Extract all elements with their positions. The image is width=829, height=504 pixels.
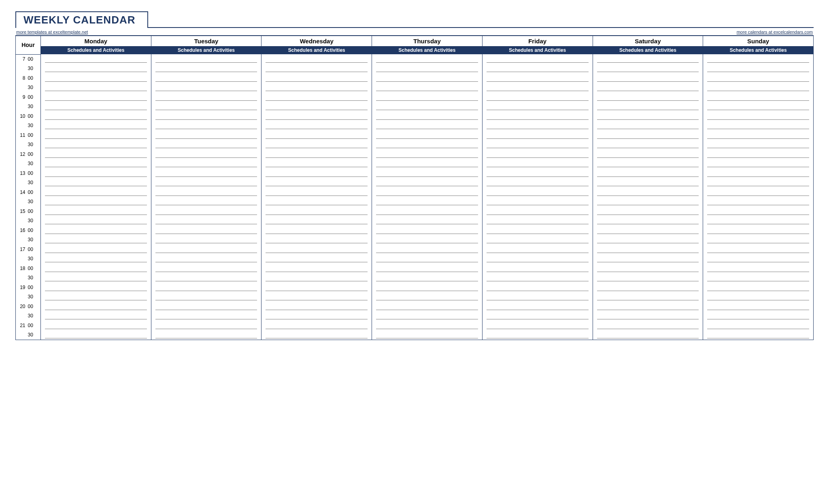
schedule-cell[interactable]: [41, 197, 151, 207]
schedule-cell[interactable]: [593, 273, 703, 283]
schedule-cell[interactable]: [41, 54, 151, 64]
schedule-cell[interactable]: [482, 54, 593, 64]
schedule-cell[interactable]: [41, 130, 151, 140]
schedule-cell[interactable]: [482, 216, 593, 226]
schedule-cell[interactable]: [151, 102, 261, 112]
schedule-cell[interactable]: [151, 225, 261, 235]
schedule-cell[interactable]: [593, 178, 703, 188]
schedule-cell[interactable]: [593, 254, 703, 264]
schedule-cell[interactable]: [593, 292, 703, 302]
schedule-cell[interactable]: [482, 178, 593, 188]
schedule-cell[interactable]: [261, 140, 372, 150]
schedule-cell[interactable]: [372, 254, 483, 264]
schedule-cell[interactable]: [482, 159, 593, 169]
schedule-cell[interactable]: [372, 64, 483, 74]
schedule-cell[interactable]: [372, 168, 483, 178]
schedule-cell[interactable]: [703, 283, 814, 292]
schedule-cell[interactable]: [703, 197, 814, 207]
schedule-cell[interactable]: [261, 197, 372, 207]
schedule-cell[interactable]: [41, 273, 151, 283]
schedule-cell[interactable]: [482, 225, 593, 235]
schedule-cell[interactable]: [703, 330, 814, 340]
schedule-cell[interactable]: [372, 235, 483, 245]
schedule-cell[interactable]: [482, 149, 593, 159]
schedule-cell[interactable]: [703, 264, 814, 273]
schedule-cell[interactable]: [41, 302, 151, 311]
schedule-cell[interactable]: [261, 206, 372, 216]
schedule-cell[interactable]: [261, 292, 372, 302]
schedule-cell[interactable]: [41, 140, 151, 150]
schedule-cell[interactable]: [593, 121, 703, 131]
schedule-cell[interactable]: [151, 321, 261, 330]
schedule-cell[interactable]: [261, 73, 372, 83]
schedule-cell[interactable]: [151, 73, 261, 83]
schedule-cell[interactable]: [261, 149, 372, 159]
schedule-cell[interactable]: [372, 187, 483, 197]
schedule-cell[interactable]: [372, 92, 483, 102]
schedule-cell[interactable]: [151, 159, 261, 169]
schedule-cell[interactable]: [41, 83, 151, 93]
schedule-cell[interactable]: [703, 273, 814, 283]
schedule-cell[interactable]: [41, 235, 151, 245]
schedule-cell[interactable]: [703, 235, 814, 245]
schedule-cell[interactable]: [593, 149, 703, 159]
schedule-cell[interactable]: [482, 206, 593, 216]
schedule-cell[interactable]: [482, 245, 593, 254]
link-more-calendars[interactable]: more calendars at excelcalendars.com: [737, 30, 813, 34]
schedule-cell[interactable]: [703, 321, 814, 330]
schedule-cell[interactable]: [261, 225, 372, 235]
schedule-cell[interactable]: [593, 159, 703, 169]
schedule-cell[interactable]: [703, 245, 814, 254]
schedule-cell[interactable]: [372, 283, 483, 292]
schedule-cell[interactable]: [151, 187, 261, 197]
schedule-cell[interactable]: [41, 159, 151, 169]
schedule-cell[interactable]: [482, 330, 593, 340]
schedule-cell[interactable]: [703, 92, 814, 102]
schedule-cell[interactable]: [482, 168, 593, 178]
schedule-cell[interactable]: [41, 311, 151, 321]
schedule-cell[interactable]: [593, 83, 703, 93]
schedule-cell[interactable]: [372, 206, 483, 216]
schedule-cell[interactable]: [41, 330, 151, 340]
schedule-cell[interactable]: [261, 178, 372, 188]
schedule-cell[interactable]: [703, 178, 814, 188]
schedule-cell[interactable]: [151, 206, 261, 216]
schedule-cell[interactable]: [41, 245, 151, 254]
schedule-cell[interactable]: [151, 254, 261, 264]
schedule-cell[interactable]: [151, 54, 261, 64]
schedule-cell[interactable]: [372, 321, 483, 330]
schedule-cell[interactable]: [41, 64, 151, 74]
schedule-cell[interactable]: [593, 283, 703, 292]
schedule-cell[interactable]: [151, 311, 261, 321]
schedule-cell[interactable]: [593, 187, 703, 197]
schedule-cell[interactable]: [261, 187, 372, 197]
schedule-cell[interactable]: [372, 111, 483, 121]
schedule-cell[interactable]: [41, 121, 151, 131]
schedule-cell[interactable]: [151, 149, 261, 159]
schedule-cell[interactable]: [261, 216, 372, 226]
schedule-cell[interactable]: [482, 130, 593, 140]
schedule-cell[interactable]: [261, 235, 372, 245]
schedule-cell[interactable]: [41, 178, 151, 188]
schedule-cell[interactable]: [41, 168, 151, 178]
schedule-cell[interactable]: [41, 73, 151, 83]
schedule-cell[interactable]: [372, 311, 483, 321]
schedule-cell[interactable]: [372, 102, 483, 112]
schedule-cell[interactable]: [151, 111, 261, 121]
schedule-cell[interactable]: [261, 83, 372, 93]
schedule-cell[interactable]: [593, 102, 703, 112]
schedule-cell[interactable]: [372, 121, 483, 131]
schedule-cell[interactable]: [151, 168, 261, 178]
schedule-cell[interactable]: [372, 225, 483, 235]
schedule-cell[interactable]: [372, 197, 483, 207]
schedule-cell[interactable]: [372, 302, 483, 311]
schedule-cell[interactable]: [593, 302, 703, 311]
schedule-cell[interactable]: [482, 73, 593, 83]
schedule-cell[interactable]: [151, 302, 261, 311]
schedule-cell[interactable]: [372, 83, 483, 93]
schedule-cell[interactable]: [372, 245, 483, 254]
schedule-cell[interactable]: [703, 206, 814, 216]
schedule-cell[interactable]: [41, 321, 151, 330]
schedule-cell[interactable]: [482, 273, 593, 283]
schedule-cell[interactable]: [261, 245, 372, 254]
